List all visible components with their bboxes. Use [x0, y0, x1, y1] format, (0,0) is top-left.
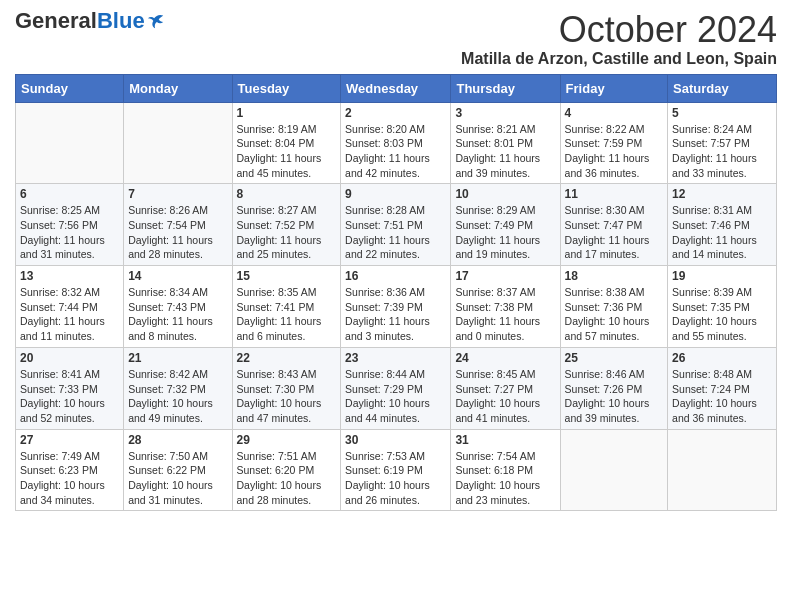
day-info: Sunrise: 7:53 AM Sunset: 6:19 PM Dayligh… [345, 449, 446, 508]
day-info: Sunrise: 8:38 AM Sunset: 7:36 PM Dayligh… [565, 285, 663, 344]
page-header: GeneralBlue October 2024 Matilla de Arzo… [15, 10, 777, 68]
calendar-cell: 29Sunrise: 7:51 AM Sunset: 6:20 PM Dayli… [232, 429, 341, 511]
day-info: Sunrise: 8:34 AM Sunset: 7:43 PM Dayligh… [128, 285, 227, 344]
calendar-cell [668, 429, 777, 511]
day-number: 30 [345, 433, 446, 447]
calendar-cell: 28Sunrise: 7:50 AM Sunset: 6:22 PM Dayli… [124, 429, 232, 511]
day-info: Sunrise: 8:42 AM Sunset: 7:32 PM Dayligh… [128, 367, 227, 426]
day-number: 25 [565, 351, 663, 365]
day-number: 16 [345, 269, 446, 283]
day-info: Sunrise: 8:21 AM Sunset: 8:01 PM Dayligh… [455, 122, 555, 181]
day-info: Sunrise: 8:24 AM Sunset: 7:57 PM Dayligh… [672, 122, 772, 181]
calendar-cell: 10Sunrise: 8:29 AM Sunset: 7:49 PM Dayli… [451, 184, 560, 266]
calendar-cell: 11Sunrise: 8:30 AM Sunset: 7:47 PM Dayli… [560, 184, 667, 266]
calendar-cell: 20Sunrise: 8:41 AM Sunset: 7:33 PM Dayli… [16, 347, 124, 429]
day-info: Sunrise: 8:37 AM Sunset: 7:38 PM Dayligh… [455, 285, 555, 344]
calendar-day-header: Sunday [16, 74, 124, 102]
calendar-table: SundayMondayTuesdayWednesdayThursdayFrid… [15, 74, 777, 512]
calendar-cell: 26Sunrise: 8:48 AM Sunset: 7:24 PM Dayli… [668, 347, 777, 429]
day-number: 23 [345, 351, 446, 365]
day-number: 8 [237, 187, 337, 201]
day-number: 10 [455, 187, 555, 201]
day-info: Sunrise: 8:28 AM Sunset: 7:51 PM Dayligh… [345, 203, 446, 262]
day-info: Sunrise: 7:50 AM Sunset: 6:22 PM Dayligh… [128, 449, 227, 508]
calendar-cell: 17Sunrise: 8:37 AM Sunset: 7:38 PM Dayli… [451, 266, 560, 348]
calendar-day-header: Tuesday [232, 74, 341, 102]
calendar-header-row: SundayMondayTuesdayWednesdayThursdayFrid… [16, 74, 777, 102]
logo-blue: Blue [97, 10, 145, 32]
calendar-cell: 25Sunrise: 8:46 AM Sunset: 7:26 PM Dayli… [560, 347, 667, 429]
day-number: 20 [20, 351, 119, 365]
day-info: Sunrise: 8:31 AM Sunset: 7:46 PM Dayligh… [672, 203, 772, 262]
day-number: 21 [128, 351, 227, 365]
calendar-week-row: 27Sunrise: 7:49 AM Sunset: 6:23 PM Dayli… [16, 429, 777, 511]
calendar-cell: 4Sunrise: 8:22 AM Sunset: 7:59 PM Daylig… [560, 102, 667, 184]
day-number: 5 [672, 106, 772, 120]
day-number: 22 [237, 351, 337, 365]
day-info: Sunrise: 8:25 AM Sunset: 7:56 PM Dayligh… [20, 203, 119, 262]
calendar-cell: 8Sunrise: 8:27 AM Sunset: 7:52 PM Daylig… [232, 184, 341, 266]
calendar-cell: 2Sunrise: 8:20 AM Sunset: 8:03 PM Daylig… [341, 102, 451, 184]
day-info: Sunrise: 8:19 AM Sunset: 8:04 PM Dayligh… [237, 122, 337, 181]
calendar-cell: 9Sunrise: 8:28 AM Sunset: 7:51 PM Daylig… [341, 184, 451, 266]
day-info: Sunrise: 8:44 AM Sunset: 7:29 PM Dayligh… [345, 367, 446, 426]
day-number: 6 [20, 187, 119, 201]
day-number: 11 [565, 187, 663, 201]
day-info: Sunrise: 8:30 AM Sunset: 7:47 PM Dayligh… [565, 203, 663, 262]
calendar-cell: 12Sunrise: 8:31 AM Sunset: 7:46 PM Dayli… [668, 184, 777, 266]
day-number: 31 [455, 433, 555, 447]
day-number: 15 [237, 269, 337, 283]
day-number: 19 [672, 269, 772, 283]
calendar-day-header: Wednesday [341, 74, 451, 102]
calendar-cell: 3Sunrise: 8:21 AM Sunset: 8:01 PM Daylig… [451, 102, 560, 184]
day-number: 26 [672, 351, 772, 365]
calendar-day-header: Friday [560, 74, 667, 102]
calendar-cell: 18Sunrise: 8:38 AM Sunset: 7:36 PM Dayli… [560, 266, 667, 348]
day-number: 12 [672, 187, 772, 201]
day-info: Sunrise: 8:20 AM Sunset: 8:03 PM Dayligh… [345, 122, 446, 181]
day-info: Sunrise: 7:51 AM Sunset: 6:20 PM Dayligh… [237, 449, 337, 508]
day-number: 28 [128, 433, 227, 447]
calendar-cell: 22Sunrise: 8:43 AM Sunset: 7:30 PM Dayli… [232, 347, 341, 429]
day-number: 1 [237, 106, 337, 120]
calendar-day-header: Thursday [451, 74, 560, 102]
day-number: 4 [565, 106, 663, 120]
logo: GeneralBlue [15, 10, 165, 32]
logo-bird-icon [147, 12, 165, 30]
day-number: 9 [345, 187, 446, 201]
day-info: Sunrise: 7:54 AM Sunset: 6:18 PM Dayligh… [455, 449, 555, 508]
calendar-week-row: 20Sunrise: 8:41 AM Sunset: 7:33 PM Dayli… [16, 347, 777, 429]
calendar-cell [560, 429, 667, 511]
day-number: 27 [20, 433, 119, 447]
calendar-cell: 6Sunrise: 8:25 AM Sunset: 7:56 PM Daylig… [16, 184, 124, 266]
calendar-cell [124, 102, 232, 184]
day-number: 18 [565, 269, 663, 283]
calendar-week-row: 6Sunrise: 8:25 AM Sunset: 7:56 PM Daylig… [16, 184, 777, 266]
location-title: Matilla de Arzon, Castille and Leon, Spa… [461, 50, 777, 68]
calendar-cell [16, 102, 124, 184]
calendar-cell: 24Sunrise: 8:45 AM Sunset: 7:27 PM Dayli… [451, 347, 560, 429]
day-info: Sunrise: 8:29 AM Sunset: 7:49 PM Dayligh… [455, 203, 555, 262]
day-info: Sunrise: 8:48 AM Sunset: 7:24 PM Dayligh… [672, 367, 772, 426]
calendar-cell: 30Sunrise: 7:53 AM Sunset: 6:19 PM Dayli… [341, 429, 451, 511]
calendar-cell: 15Sunrise: 8:35 AM Sunset: 7:41 PM Dayli… [232, 266, 341, 348]
logo-general: General [15, 10, 97, 32]
day-info: Sunrise: 8:36 AM Sunset: 7:39 PM Dayligh… [345, 285, 446, 344]
calendar-cell: 7Sunrise: 8:26 AM Sunset: 7:54 PM Daylig… [124, 184, 232, 266]
day-number: 3 [455, 106, 555, 120]
day-info: Sunrise: 8:43 AM Sunset: 7:30 PM Dayligh… [237, 367, 337, 426]
day-number: 7 [128, 187, 227, 201]
calendar-cell: 23Sunrise: 8:44 AM Sunset: 7:29 PM Dayli… [341, 347, 451, 429]
calendar-day-header: Saturday [668, 74, 777, 102]
day-info: Sunrise: 8:32 AM Sunset: 7:44 PM Dayligh… [20, 285, 119, 344]
day-number: 14 [128, 269, 227, 283]
day-info: Sunrise: 8:39 AM Sunset: 7:35 PM Dayligh… [672, 285, 772, 344]
calendar-week-row: 1Sunrise: 8:19 AM Sunset: 8:04 PM Daylig… [16, 102, 777, 184]
day-info: Sunrise: 8:26 AM Sunset: 7:54 PM Dayligh… [128, 203, 227, 262]
logo-text: GeneralBlue [15, 10, 165, 32]
month-title: October 2024 [461, 10, 777, 50]
day-number: 24 [455, 351, 555, 365]
calendar-cell: 16Sunrise: 8:36 AM Sunset: 7:39 PM Dayli… [341, 266, 451, 348]
calendar-cell: 21Sunrise: 8:42 AM Sunset: 7:32 PM Dayli… [124, 347, 232, 429]
day-number: 29 [237, 433, 337, 447]
